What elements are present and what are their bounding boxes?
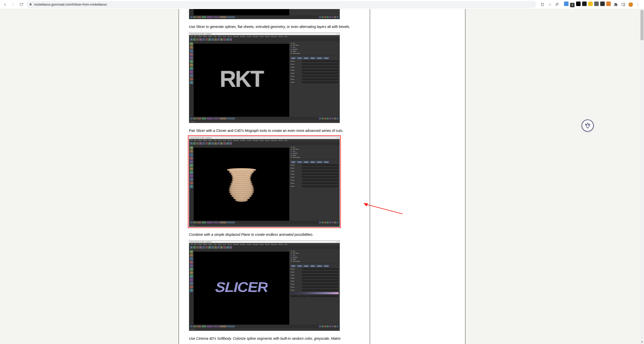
screenshot-partial-top: Cinema 4D S24.111 (RC) - [Untitled 1]— □… bbox=[189, 9, 360, 19]
extensions-icon[interactable] bbox=[613, 2, 618, 7]
extension-icon[interactable] bbox=[564, 2, 569, 6]
screenshot-sliced-shape: Cinema 4D S24.111 (RC) - [Untitled 1]— □… bbox=[189, 136, 340, 227]
svg-point-4 bbox=[588, 125, 589, 125]
scrollbar-thumb[interactable] bbox=[640, 10, 643, 40]
scrollbar[interactable]: ▲ ▼ bbox=[640, 9, 644, 344]
paragraph-4: Use Cinema 4D's Softbody. Colorize splin… bbox=[189, 336, 360, 341]
svg-rect-1 bbox=[622, 3, 625, 6]
share-icon[interactable] bbox=[540, 2, 545, 7]
floating-badge[interactable] bbox=[582, 120, 594, 132]
screenshot-rkt: Cinema 4D S24.111 (RC) - [Untitled 1]— □… bbox=[189, 32, 340, 123]
screenshot-slicer-text: Cinema 4D S24.111 (RC) - [Untitled 1]— □… bbox=[189, 240, 340, 331]
browser-toolbar: rocketlasso.gumroad.com/l/slicer-from-ro… bbox=[0, 0, 644, 9]
scroll-down-icon[interactable]: ▼ bbox=[640, 340, 644, 344]
paragraph-1: Use Slicer to generate splines, flat she… bbox=[189, 24, 360, 29]
extension-icon[interactable] bbox=[576, 2, 581, 6]
svg-point-3 bbox=[587, 125, 587, 125]
ext-pin-icon[interactable] bbox=[555, 2, 560, 7]
back-button[interactable] bbox=[2, 2, 8, 8]
sidebar-column bbox=[370, 9, 465, 344]
extension-icon[interactable] bbox=[600, 2, 605, 6]
main-column: Cinema 4D S24.111 (RC) - [Untitled 1]— □… bbox=[179, 9, 370, 344]
extension-icon[interactable] bbox=[606, 2, 611, 6]
paragraph-2: Pair Slicer with a Cloner and C4D's Mogr… bbox=[189, 128, 360, 133]
extension-icon[interactable] bbox=[594, 2, 599, 6]
panel-icon[interactable] bbox=[621, 2, 626, 7]
address-bar[interactable]: rocketlasso.gumroad.com/l/slicer-from-ro… bbox=[26, 1, 536, 8]
page-body: Cinema 4D S24.111 (RC) - [Untitled 1]— □… bbox=[0, 9, 644, 344]
product-card: Cinema 4D S24.111 (RC) - [Untitled 1]— □… bbox=[179, 9, 465, 344]
profile-avatar[interactable] bbox=[628, 2, 633, 7]
forward-button[interactable] bbox=[10, 2, 16, 8]
browser-actions: ☆ 7 ⋮ bbox=[538, 2, 642, 8]
reload-button[interactable] bbox=[18, 2, 24, 8]
lock-icon bbox=[29, 3, 32, 6]
menu-icon[interactable]: ⋮ bbox=[635, 2, 640, 7]
paragraph-3: Combine with a simple displaced Plane to… bbox=[189, 232, 360, 237]
bookmark-icon[interactable]: ☆ bbox=[547, 2, 552, 7]
extension-icon[interactable] bbox=[582, 2, 587, 6]
extension-icon[interactable]: 7 bbox=[570, 3, 575, 7]
url-text: rocketlasso.gumroad.com/l/slicer-from-ro… bbox=[34, 3, 107, 6]
extension-icon[interactable] bbox=[588, 2, 593, 6]
